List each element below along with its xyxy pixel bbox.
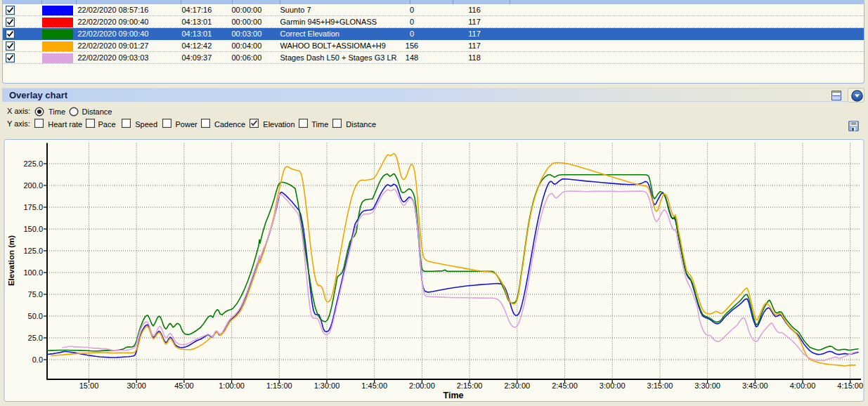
svg-text:3:45:00: 3:45:00 [742,381,768,390]
svg-text:50.0: 50.0 [28,312,43,320]
svg-text:175.0: 175.0 [23,203,43,211]
svg-text:100.0: 100.0 [23,268,43,277]
svg-text:1:30:00: 1:30:00 [314,381,340,390]
svg-text:Elevation (m): Elevation (m) [7,235,15,286]
svg-text:4:15:00: 4:15:00 [837,381,863,390]
svg-text:45:00: 45:00 [174,381,194,390]
svg-text:125.0: 125.0 [23,247,43,255]
svg-text:75.0: 75.0 [28,290,43,299]
svg-text:3:00:00: 3:00:00 [600,381,626,390]
svg-text:4:00:00: 4:00:00 [790,381,816,390]
svg-text:Time: Time [443,391,464,400]
svg-text:2:15:00: 2:15:00 [457,381,483,390]
svg-text:3:15:00: 3:15:00 [647,381,673,390]
svg-text:30:00: 30:00 [127,381,146,390]
svg-text:2:30:00: 2:30:00 [504,381,530,390]
svg-text:15:00: 15:00 [79,381,99,390]
svg-text:1:00:00: 1:00:00 [219,381,245,390]
svg-text:200.0: 200.0 [23,181,43,190]
svg-text:2:00:00: 2:00:00 [409,381,435,390]
svg-text:2:45:00: 2:45:00 [552,381,578,390]
svg-text:0.0: 0.0 [32,355,43,364]
svg-text:1:45:00: 1:45:00 [361,381,387,390]
svg-text:25.0: 25.0 [28,334,43,342]
svg-text:1:15:00: 1:15:00 [266,381,292,390]
svg-text:150.0: 150.0 [23,225,43,233]
svg-text:225.0: 225.0 [23,159,43,168]
svg-text:3:30:00: 3:30:00 [694,381,720,390]
